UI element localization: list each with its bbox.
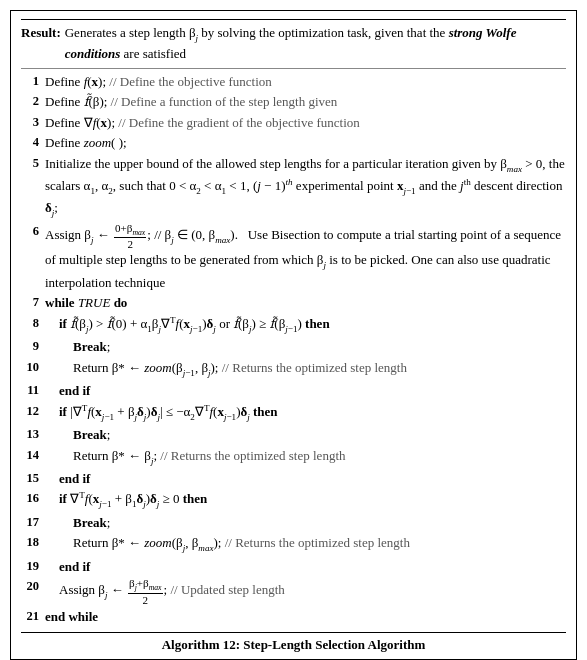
algo-line-10: 10 Return β* ← zoom(βj−1, βj); // Return…	[21, 358, 566, 380]
line-number: 13	[21, 425, 39, 445]
line-number: 9	[21, 337, 39, 357]
algo-line-7: 7 while TRUE do	[21, 293, 566, 313]
line-number: 16	[21, 489, 39, 512]
line-content: Break;	[45, 337, 566, 357]
algo-line-19: 19 end if	[21, 557, 566, 577]
line-number: 20	[21, 577, 39, 606]
line-number: 8	[21, 314, 39, 337]
line-content: end if	[45, 557, 566, 577]
line-content: Define f̃(β); // Define a function of th…	[45, 92, 566, 112]
algo-line-2: 2 Define f̃(β); // Define a function of …	[21, 92, 566, 112]
line-content: Assign βj ← 0+βmax2; // βj ∈ (0, βmax). …	[45, 222, 566, 293]
line-content: if |∇Tf(xj−1 + βjδj)δj| ≤ −α2∇Tf(xj−1)δj…	[45, 402, 566, 425]
line-content: Define f(x); // Define the objective fun…	[45, 72, 566, 92]
line-number: 7	[21, 293, 39, 313]
line-number: 6	[21, 222, 39, 293]
algo-line-18: 18 Return β* ← zoom(βj, βmax); // Return…	[21, 533, 566, 555]
line-content: Return β* ← zoom(βj−1, βj); // Returns t…	[45, 358, 566, 380]
algo-line-3: 3 Define ∇f(x); // Define the gradient o…	[21, 113, 566, 133]
algo-line-9: 9 Break;	[21, 337, 566, 357]
algo-line-6: 6 Assign βj ← 0+βmax2; // βj ∈ (0, βmax)…	[21, 222, 566, 293]
algo-line-1: 1 Define f(x); // Define the objective f…	[21, 72, 566, 92]
algo-line-4: 4 Define zoom( );	[21, 133, 566, 153]
algo-line-12: 12 if |∇Tf(xj−1 + βjδj)δj| ≤ −α2∇Tf(xj−1…	[21, 402, 566, 425]
algo-line-21: 21 end while	[21, 607, 566, 627]
result-label: Result:	[21, 24, 61, 64]
line-number: 1	[21, 72, 39, 92]
line-content: Initialize the upper bound of the allowe…	[45, 154, 566, 221]
line-number: 12	[21, 402, 39, 425]
algo-line-14: 14 Return β* ← βj; // Returns the optimi…	[21, 446, 566, 468]
algorithm-caption: Algorithm 12: Step-Length Selection Algo…	[21, 632, 566, 653]
result-section: Result: Generates a step length βj by so…	[21, 24, 566, 64]
line-number: 10	[21, 358, 39, 380]
line-number: 18	[21, 533, 39, 555]
line-content: Return β* ← zoom(βj, βmax); // Returns t…	[45, 533, 566, 555]
line-number: 17	[21, 513, 39, 533]
result-text: Generates a step length βj by solving th…	[65, 24, 566, 64]
line-content: Break;	[45, 425, 566, 445]
algo-line-20: 20 Assign βj ← βj+βmax2; // Updated step…	[21, 577, 566, 606]
line-content: Define zoom( );	[45, 133, 566, 153]
line-number: 15	[21, 469, 39, 489]
line-number: 5	[21, 154, 39, 221]
algorithm-box: Result: Generates a step length βj by so…	[10, 10, 577, 660]
line-content: end while	[45, 607, 566, 627]
line-number: 4	[21, 133, 39, 153]
algo-line-13: 13 Break;	[21, 425, 566, 445]
line-number: 14	[21, 446, 39, 468]
algo-line-17: 17 Break;	[21, 513, 566, 533]
algo-line-8: 8 if f̃(βj) > f̃(0) + α1βj∇Tf(xj−1)δj or…	[21, 314, 566, 337]
line-content: while TRUE do	[45, 293, 566, 313]
algo-line-5: 5 Initialize the upper bound of the allo…	[21, 154, 566, 221]
algo-line-16: 16 if ∇Tf(xj−1 + β1δj)δj ≥ 0 then	[21, 489, 566, 512]
line-content: Break;	[45, 513, 566, 533]
line-number: 19	[21, 557, 39, 577]
line-number: 11	[21, 381, 39, 401]
line-content: Define ∇f(x); // Define the gradient of …	[45, 113, 566, 133]
line-content: Assign βj ← βj+βmax2; // Updated step le…	[45, 577, 566, 606]
line-number: 3	[21, 113, 39, 133]
line-content: end if	[45, 469, 566, 489]
line-content: if ∇Tf(xj−1 + β1δj)δj ≥ 0 then	[45, 489, 566, 512]
line-number: 2	[21, 92, 39, 112]
algo-line-15: 15 end if	[21, 469, 566, 489]
line-number: 21	[21, 607, 39, 627]
line-content: end if	[45, 381, 566, 401]
algo-line-11: 11 end if	[21, 381, 566, 401]
line-content: if f̃(βj) > f̃(0) + α1βj∇Tf(xj−1)δj or f…	[45, 314, 566, 337]
line-content: Return β* ← βj; // Returns the optimized…	[45, 446, 566, 468]
